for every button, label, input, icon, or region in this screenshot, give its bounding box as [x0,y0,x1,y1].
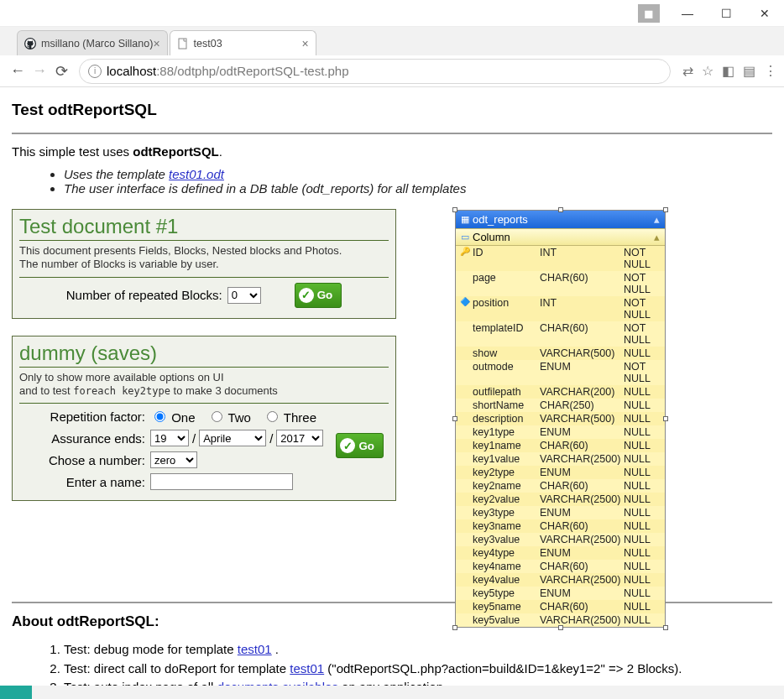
column-icon: ▭ [461,232,469,243]
db-column-header: ▭Column▴ [456,228,665,246]
col-type: VARCHAR(2500) [540,534,624,545]
col-null: NULL [624,601,661,613]
radio-two[interactable]: Two [207,409,251,425]
col-null: NULL [624,480,661,492]
browser-tab-2[interactable]: test03 × [170,30,316,55]
about-item: Test: debug mode for template test01 . [64,640,772,660]
close-icon[interactable]: × [301,37,308,50]
db-table-header: ▦odt_reports▴ [456,211,665,228]
col-name: key3name [473,520,540,532]
db-column-row: key2typeENUMNULL [456,466,665,479]
key-icon [457,601,473,613]
db-column-row: key5typeENUMNULL [456,587,665,600]
taskbar-item[interactable] [0,686,32,699]
db-column-row: key1valueVARCHAR(2500)NULL [456,452,665,466]
site-info-icon[interactable]: i [88,65,102,78]
star-icon[interactable]: ☆ [702,63,713,79]
db-column-row: 🔷positionINTNOT NULL [456,296,665,321]
blocks-select[interactable]: 0 [227,287,261,304]
col-null: NULL [624,399,661,411]
divider [19,403,389,404]
about-item: Test: direct call to doReport for templa… [64,660,772,679]
col-null: NOT NULL [624,322,661,346]
translate-icon[interactable]: ⇄ [682,63,693,79]
db-column-row: outfilepathVARCHAR(200)NULL [456,385,665,399]
address-bar[interactable]: i localhost:88/odtphp/odtReportSQL-test.… [79,59,671,84]
db-column-row: key2valueVARCHAR(2500)NULL [456,493,665,506]
col-type: VARCHAR(2500) [540,453,624,465]
col-name: key1value [473,453,540,465]
name-input[interactable] [150,473,293,490]
key-icon [457,574,473,586]
db-column-row: templateIDCHAR(60)NOT NULL [456,321,665,347]
day-select[interactable]: 19 [150,430,189,446]
close-icon[interactable]: × [153,37,159,50]
col-type: CHAR(60) [540,520,624,532]
divider [12,133,772,134]
blocks-label: Number of repeated Blocks: [66,288,222,302]
col-type: CHAR(60) [540,561,624,572]
key-icon [457,520,473,532]
db-column-row: key5nameCHAR(60)NULL [456,600,665,613]
go-button[interactable]: ✓Go [336,433,384,458]
db-column-row: descriptionVARCHAR(500)NULL [456,412,665,425]
browser-tab-1[interactable]: msillano (Marco Sillano) × [17,30,168,55]
col-name: outfilepath [473,386,540,398]
col-name: key5name [473,601,540,613]
dummy-card: dummy (saves) Only to show more availabl… [12,336,396,502]
col-type: VARCHAR(2500) [540,614,624,626]
back-button[interactable]: ← [7,60,29,82]
col-type: CHAR(60) [540,440,624,451]
key-icon [457,361,473,384]
col-null: NOT NULL [624,297,661,321]
test01-link[interactable]: test01 [290,661,324,676]
key-icon [457,347,473,359]
radio-three[interactable]: Three [263,409,316,425]
col-null: NULL [624,534,661,545]
key-icon [457,493,473,505]
collapse-icon: ▴ [654,231,660,243]
divider [19,277,389,278]
window-minimize-button[interactable]: — [668,1,707,26]
radio-one[interactable]: One [150,409,196,425]
number-select[interactable]: zero [150,451,197,468]
key-icon [457,547,473,559]
extension-icon-2[interactable]: ▤ [743,63,755,79]
window-maximize-button[interactable]: ☐ [707,1,745,26]
menu-icon[interactable]: ⋮ [764,63,777,79]
col-type: ENUM [540,587,624,599]
db-column-row: outmodeENUMNOT NULL [456,360,665,385]
table-icon: ▦ [461,214,469,225]
db-column-row: key1typeENUMNULL [456,425,665,439]
col-type: CHAR(60) [540,601,624,613]
repetition-label: Repetition factor: [19,409,145,424]
db-column-row: key4nameCHAR(60)NULL [456,560,665,573]
month-select[interactable]: Aprile [199,430,266,446]
col-type: ENUM [540,361,624,384]
key-icon [457,467,473,478]
col-null: NULL [624,520,661,532]
col-type: CHAR(250) [540,399,624,411]
db-column-row: key3valueVARCHAR(2500)NULL [456,533,665,546]
col-null: NOT NULL [624,361,661,384]
col-name: key1type [473,426,540,438]
extension-icon-1[interactable]: ◧ [722,63,734,79]
col-type: INT [540,297,624,321]
reload-button[interactable]: ⟳ [50,60,72,82]
taskbar [0,686,784,699]
col-name: outmode [473,361,540,384]
card-description: Only to show more available options on U… [19,371,389,399]
col-type: CHAR(60) [540,272,624,295]
window-close-button[interactable]: ✕ [745,1,784,26]
col-type: VARCHAR(2500) [540,574,624,586]
number-label: Chose a number: [19,453,145,467]
forward-button[interactable]: → [29,60,50,82]
col-null: NULL [624,347,661,359]
template-link[interactable]: test01.odt [169,167,224,181]
year-select[interactable]: 2017 [276,430,323,446]
window-titlebar: ◼ — ☐ ✕ [0,0,784,27]
test01-link[interactable]: test01 [238,642,272,656]
col-type: VARCHAR(2500) [540,493,624,505]
go-button[interactable]: ✓Go [295,283,342,308]
col-type: CHAR(60) [540,480,624,492]
